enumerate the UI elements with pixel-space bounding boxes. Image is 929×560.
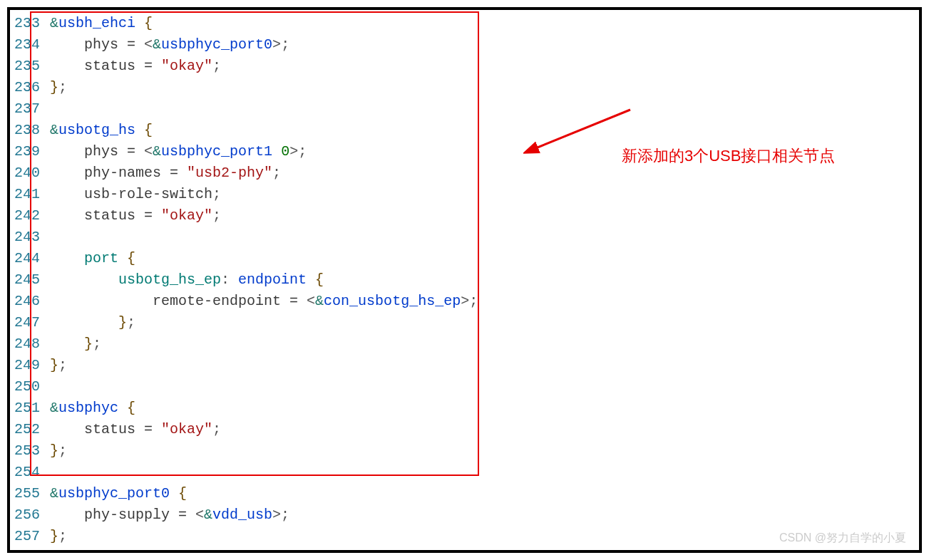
code-line: 251&usbphyc { bbox=[14, 398, 915, 419]
line-number: 256 bbox=[14, 504, 50, 526]
code-content bbox=[50, 376, 915, 398]
code-line: 254 bbox=[14, 462, 915, 483]
code-content: usb-role-switch; bbox=[50, 184, 915, 205]
line-number: 257 bbox=[14, 526, 50, 547]
code-line: 255&usbphyc_port0 { bbox=[14, 483, 915, 504]
line-number: 235 bbox=[14, 56, 50, 77]
line-number: 254 bbox=[14, 462, 50, 483]
code-content: port { bbox=[50, 248, 915, 269]
code-content bbox=[50, 98, 915, 120]
code-content: &usbphyc { bbox=[50, 398, 915, 419]
code-line: 248 }; bbox=[14, 333, 915, 355]
line-number: 246 bbox=[14, 291, 50, 312]
line-number: 239 bbox=[14, 141, 50, 162]
watermark-text: CSDN @努力自学的小夏 bbox=[779, 531, 906, 546]
code-content: }; bbox=[50, 440, 915, 462]
code-line: 245 usbotg_hs_ep: endpoint { bbox=[14, 269, 915, 291]
line-number: 234 bbox=[14, 34, 50, 56]
code-content: phy-supply = <&vdd_usb>; bbox=[50, 504, 915, 526]
code-line: 250 bbox=[14, 376, 915, 398]
line-number: 237 bbox=[14, 98, 50, 120]
line-number: 241 bbox=[14, 184, 50, 205]
code-content: usbotg_hs_ep: endpoint { bbox=[50, 269, 915, 291]
line-number: 243 bbox=[14, 227, 50, 248]
code-content: status = "okay"; bbox=[50, 56, 915, 77]
line-number: 247 bbox=[14, 312, 50, 333]
code-line: 244 port { bbox=[14, 248, 915, 269]
code-line: 233&usbh_ehci { bbox=[14, 13, 915, 34]
line-number: 233 bbox=[14, 13, 50, 34]
code-content bbox=[50, 227, 915, 248]
line-number: 242 bbox=[14, 205, 50, 227]
code-content: }; bbox=[50, 77, 915, 98]
code-line: 241 usb-role-switch; bbox=[14, 184, 915, 205]
line-number: 253 bbox=[14, 440, 50, 462]
code-content: &usbh_ehci { bbox=[50, 13, 915, 34]
code-line: 243 bbox=[14, 227, 915, 248]
code-line: 235 status = "okay"; bbox=[14, 56, 915, 77]
code-line: 246 remote-endpoint = <&con_usbotg_hs_ep… bbox=[14, 291, 915, 312]
code-content: status = "okay"; bbox=[50, 205, 915, 227]
code-line: 252 status = "okay"; bbox=[14, 419, 915, 440]
code-line: 242 status = "okay"; bbox=[14, 205, 915, 227]
code-content: phys = <&usbphyc_port0>; bbox=[50, 34, 915, 56]
code-line: 247 }; bbox=[14, 312, 915, 333]
code-line: 234 phys = <&usbphyc_port0>; bbox=[14, 34, 915, 56]
annotation-label: 新添加的3个USB接口相关节点 bbox=[622, 145, 835, 167]
code-content: remote-endpoint = <&con_usbotg_hs_ep>; bbox=[50, 291, 915, 312]
line-number: 240 bbox=[14, 162, 50, 184]
line-number: 245 bbox=[14, 269, 50, 291]
code-content: }; bbox=[50, 312, 915, 333]
code-content: &usbphyc_port0 { bbox=[50, 483, 915, 504]
code-screenshot-frame: 新添加的3个USB接口相关节点 233&usbh_ehci {234 phys … bbox=[7, 7, 922, 553]
code-content bbox=[50, 462, 915, 483]
code-line: 238&usbotg_hs { bbox=[14, 120, 915, 141]
line-number: 238 bbox=[14, 120, 50, 141]
code-content: status = "okay"; bbox=[50, 419, 915, 440]
code-content: &usbotg_hs { bbox=[50, 120, 915, 141]
code-line: 256 phy-supply = <&vdd_usb>; bbox=[14, 504, 915, 526]
line-number: 251 bbox=[14, 398, 50, 419]
line-number: 252 bbox=[14, 419, 50, 440]
line-number: 255 bbox=[14, 483, 50, 504]
code-block: 233&usbh_ehci {234 phys = <&usbphyc_port… bbox=[14, 13, 915, 547]
code-line: 236}; bbox=[14, 77, 915, 98]
code-line: 249}; bbox=[14, 355, 915, 376]
line-number: 236 bbox=[14, 77, 50, 98]
line-number: 244 bbox=[14, 248, 50, 269]
code-line: 253}; bbox=[14, 440, 915, 462]
line-number: 248 bbox=[14, 333, 50, 355]
line-number: 250 bbox=[14, 376, 50, 398]
code-content: }; bbox=[50, 333, 915, 355]
code-line: 237 bbox=[14, 98, 915, 120]
line-number: 249 bbox=[14, 355, 50, 376]
code-content: }; bbox=[50, 355, 915, 376]
